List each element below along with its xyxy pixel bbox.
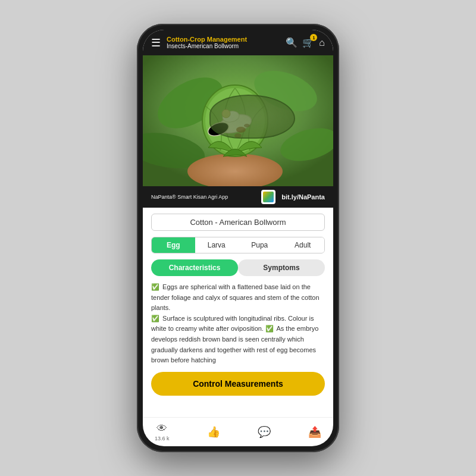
brand-right: bit.ly/NaPanta (261, 190, 325, 204)
comment-icon: 💬 (258, 425, 271, 439)
app-header: ☰ Cotton-Crop Management Insects-America… (143, 30, 333, 55)
svg-point-14 (234, 133, 242, 138)
svg-point-10 (222, 110, 240, 124)
tab-pupa[interactable]: Pupa (238, 237, 281, 253)
share-icon: 📤 (308, 425, 321, 439)
pest-image (143, 55, 333, 186)
views-icon[interactable]: 👁 13.6 k (155, 422, 170, 441)
bottom-bar: 👁 13.6 k 👍 💬 📤 (143, 417, 333, 446)
share-button[interactable]: 📤 (308, 425, 321, 439)
menu-icon[interactable]: ☰ (151, 36, 161, 49)
cart-icon[interactable]: 🛒 1 (302, 37, 314, 48)
brand-bar: NaPanta® Smart Kisan Agri App bit.ly/NaP… (143, 186, 333, 208)
views-count: 13.6 k (155, 436, 170, 441)
phone-screen: ☰ Cotton-Crop Management Insects-America… (143, 30, 333, 446)
phone-frame: ☰ Cotton-Crop Management Insects-America… (137, 24, 339, 452)
check-icon-2: ✅ (151, 315, 159, 322)
tab-egg[interactable]: Egg (152, 237, 195, 253)
tab-characteristics[interactable]: Characteristics (151, 259, 238, 276)
comment-button[interactable]: 💬 (258, 425, 271, 439)
header-title-main: Cotton-Crop Management (167, 36, 280, 43)
check-icon-1: ✅ (151, 283, 159, 290)
check-icon-3: ✅ (265, 325, 274, 332)
stage-tabs: Egg Larva Pupa Adult (151, 237, 325, 253)
header-title-sub: Insects-American Bollworm (167, 43, 280, 49)
svg-point-12 (236, 127, 246, 133)
control-measurements-button[interactable]: Control Measurements (151, 372, 325, 396)
brand-left-text: NaPanta® Smart Kisan Agri App (151, 194, 228, 200)
tab-larva[interactable]: Larva (195, 237, 239, 253)
header-titles: Cotton-Crop Management Insects-American … (167, 36, 280, 49)
info-tabs: Characteristics Symptoms (151, 259, 325, 276)
brand-url: bit.ly/NaPanta (281, 193, 325, 201)
thumbs-up-icon: 👍 (207, 425, 220, 439)
description-text: ✅ Eggs are spherical with a flattened ba… (151, 282, 325, 366)
svg-point-11 (222, 109, 230, 118)
brand-logo (261, 190, 275, 204)
home-icon[interactable]: ⌂ (319, 37, 325, 48)
main-content: Cotton - American Bollworm Egg Larva Pup… (143, 208, 333, 417)
svg-point-8 (217, 111, 253, 136)
eye-icon: 👁 (156, 422, 167, 435)
pest-title: Cotton - American Bollworm (151, 214, 325, 231)
tab-adult[interactable]: Adult (281, 237, 325, 253)
like-button[interactable]: 👍 (207, 425, 220, 439)
cart-badge: 1 (310, 34, 317, 41)
search-icon[interactable]: 🔍 (286, 37, 298, 48)
tab-symptoms[interactable]: Symptoms (238, 259, 325, 276)
svg-point-13 (244, 124, 250, 127)
header-icons: 🔍 🛒 1 ⌂ (286, 37, 325, 48)
brand-logo-graphic (263, 192, 274, 202)
